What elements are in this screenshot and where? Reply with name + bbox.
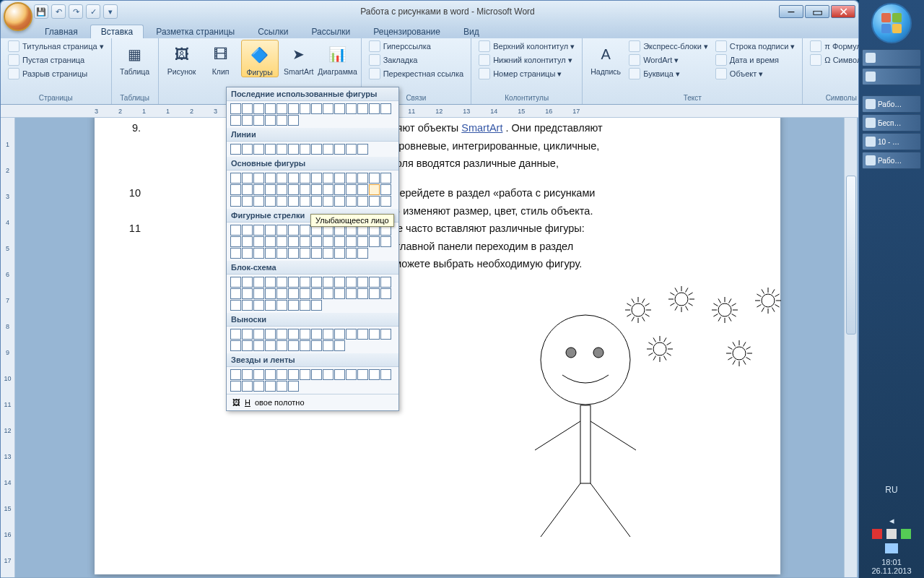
shape-item[interactable] xyxy=(242,277,253,288)
shape-item[interactable] xyxy=(253,329,264,340)
shape-item[interactable] xyxy=(334,144,345,155)
ribbon-Диаграмма[interactable]: 📊Диаграмма xyxy=(319,40,357,76)
ribbon-Закладка[interactable]: Закладка xyxy=(366,53,467,66)
shape-item[interactable] xyxy=(253,144,264,155)
shape-item[interactable] xyxy=(276,340,287,351)
shape-item[interactable] xyxy=(265,196,276,207)
shape-item[interactable] xyxy=(346,196,357,207)
tray-chevron[interactable]: ◂ xyxy=(859,515,924,526)
shape-item[interactable] xyxy=(380,103,391,114)
taskbar-window[interactable]: Рабо… xyxy=(862,95,921,113)
shape-item[interactable] xyxy=(311,300,322,311)
shape-item[interactable] xyxy=(380,196,391,207)
tray-volume-icon[interactable] xyxy=(886,529,897,539)
shape-item[interactable] xyxy=(300,300,310,311)
shape-item[interactable] xyxy=(288,173,299,184)
shape-item[interactable] xyxy=(276,288,287,299)
shape-item[interactable] xyxy=(253,184,264,195)
ribbon-Строка подписи ▾[interactable]: Строка подписи ▾ xyxy=(712,40,798,53)
shape-item[interactable] xyxy=(253,196,264,207)
shape-item[interactable] xyxy=(380,236,391,247)
shape-item[interactable] xyxy=(265,115,276,126)
shape-item[interactable] xyxy=(288,144,299,155)
shape-item[interactable] xyxy=(242,196,253,207)
shape-item[interactable] xyxy=(242,184,253,195)
shape-item[interactable] xyxy=(276,236,287,247)
shape-item[interactable] xyxy=(357,173,368,184)
tab-Рассылки[interactable]: Рассылки xyxy=(300,25,361,38)
shape-item[interactable] xyxy=(334,277,345,288)
shape-item[interactable] xyxy=(265,236,276,247)
ribbon-Разрыв страницы[interactable]: Разрыв страницы xyxy=(5,67,107,80)
shape-item[interactable] xyxy=(346,288,357,299)
shape-item[interactable] xyxy=(334,173,345,184)
ribbon-Клип[interactable]: 🎞Клип xyxy=(202,40,240,76)
shape-item[interactable] xyxy=(230,277,241,288)
shape-item[interactable] xyxy=(253,236,264,247)
ribbon-Надпись[interactable]: AНадпись xyxy=(587,40,624,76)
shape-item[interactable] xyxy=(346,144,357,155)
qat-save[interactable]: 💾 xyxy=(34,4,48,19)
tray-flag-icon[interactable] xyxy=(872,529,882,539)
shape-item[interactable] xyxy=(288,300,299,311)
shape-item[interactable] xyxy=(276,196,287,207)
shape-item[interactable] xyxy=(242,369,253,380)
ribbon-Объект ▾[interactable]: Объект ▾ xyxy=(712,67,798,80)
shape-item[interactable] xyxy=(288,184,299,195)
shape-item[interactable] xyxy=(346,248,357,259)
ribbon-Нижний колонтитул ▾[interactable]: Нижний колонтитул ▾ xyxy=(476,53,578,66)
shape-item[interactable] xyxy=(323,144,334,155)
shape-item[interactable] xyxy=(276,381,287,392)
shape-item[interactable] xyxy=(357,144,368,155)
shape-item[interactable] xyxy=(369,329,380,340)
shape-item[interactable] xyxy=(253,248,264,259)
shape-item[interactable] xyxy=(276,300,287,311)
shape-item[interactable] xyxy=(265,103,276,114)
shape-item[interactable] xyxy=(230,288,241,299)
shape-item[interactable] xyxy=(230,115,241,126)
shape-item[interactable] xyxy=(369,288,380,299)
shape-item[interactable] xyxy=(265,381,276,392)
shape-item[interactable] xyxy=(288,115,299,126)
shape-item[interactable] xyxy=(276,248,287,259)
shape-item[interactable] xyxy=(242,236,253,247)
shape-item[interactable] xyxy=(288,196,299,207)
shape-item[interactable] xyxy=(276,144,287,155)
shape-item[interactable] xyxy=(242,173,253,184)
shape-item[interactable] xyxy=(300,288,310,299)
shape-item[interactable] xyxy=(311,236,322,247)
ribbon-Гиперссылка[interactable]: Гиперссылка xyxy=(366,40,467,53)
taskbar-quick[interactable] xyxy=(862,68,921,85)
shape-item[interactable] xyxy=(265,184,276,195)
shape-item[interactable] xyxy=(357,196,368,207)
ribbon-Пустая страница[interactable]: Пустая страница xyxy=(5,53,107,66)
shape-item[interactable] xyxy=(230,144,241,155)
shape-item[interactable] xyxy=(288,236,299,247)
shape-item[interactable] xyxy=(323,277,334,288)
shape-item[interactable] xyxy=(311,144,322,155)
shape-item[interactable] xyxy=(334,184,345,195)
shape-item[interactable] xyxy=(311,340,322,351)
shape-item[interactable] xyxy=(380,329,391,340)
taskbar-window[interactable]: Рабо… xyxy=(862,152,921,169)
document-text[interactable]: 9.мент также вставляют объекты SmartArt … xyxy=(123,119,751,273)
shape-item[interactable] xyxy=(334,288,345,299)
tab-Рецензирование[interactable]: Рецензирование xyxy=(362,25,451,38)
shape-item[interactable] xyxy=(300,103,310,114)
shape-item[interactable] xyxy=(323,103,334,114)
shape-item[interactable] xyxy=(276,103,287,114)
shape-item[interactable] xyxy=(265,329,276,340)
shape-item[interactable] xyxy=(253,115,264,126)
smartart-link[interactable]: SmartArt xyxy=(461,122,502,134)
shape-item[interactable] xyxy=(242,288,253,299)
shape-item[interactable] xyxy=(265,340,276,351)
start-button[interactable] xyxy=(871,3,912,43)
shape-item[interactable] xyxy=(230,196,241,207)
shape-item[interactable] xyxy=(357,184,368,195)
shape-item[interactable] xyxy=(357,236,368,247)
ruler-horizontal[interactable]: 3211234567891011121314151617 xyxy=(1,105,858,118)
shape-item[interactable] xyxy=(369,103,380,114)
shape-item[interactable] xyxy=(369,277,380,288)
tray-time[interactable]: 18:01 xyxy=(859,558,924,566)
shape-item[interactable] xyxy=(311,277,322,288)
